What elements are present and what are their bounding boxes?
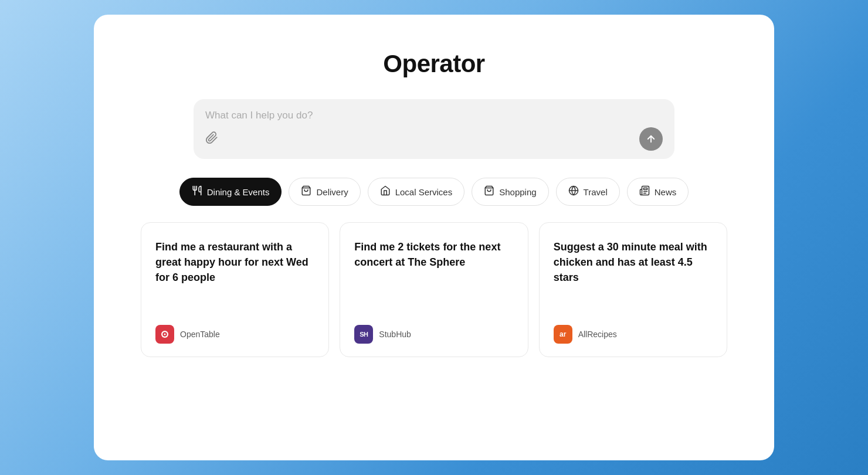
shopping-icon <box>484 185 494 198</box>
card-1-app-name: OpenTable <box>180 330 220 339</box>
search-input[interactable] <box>205 110 663 121</box>
main-card: Operator <box>94 15 774 460</box>
suggestion-card-1[interactable]: Find me a restaurant with a great happy … <box>141 222 329 357</box>
card-1-text: Find me a restaurant with a great happy … <box>155 239 314 308</box>
card-3-footer: ar AllRecipes <box>554 325 713 344</box>
page-title: Operator <box>383 50 484 78</box>
search-footer <box>205 127 663 151</box>
attachment-icon[interactable] <box>205 131 218 147</box>
suggestion-card-2[interactable]: Find me 2 tickets for the next concert a… <box>340 222 528 357</box>
tab-delivery[interactable]: Delivery <box>289 178 360 206</box>
card-3-app-name: AllRecipes <box>578 330 617 339</box>
tab-local-label: Local Services <box>395 187 453 197</box>
suggestion-card-3[interactable]: Suggest a 30 minute meal with chicken an… <box>539 222 727 357</box>
card-3-text: Suggest a 30 minute meal with chicken an… <box>554 239 713 308</box>
opentable-logo <box>155 325 174 344</box>
travel-icon <box>568 185 579 198</box>
delivery-icon <box>301 185 311 198</box>
card-1-footer: OpenTable <box>155 325 314 344</box>
tab-shopping[interactable]: Shopping <box>472 178 548 206</box>
card-2-app-name: StubHub <box>379 330 411 339</box>
card-2-footer: SH StubHub <box>354 325 513 344</box>
cards-grid: Find me a restaurant with a great happy … <box>141 222 727 357</box>
local-icon <box>380 185 391 198</box>
stubhub-logo: SH <box>354 325 373 344</box>
tab-news[interactable]: News <box>627 178 689 206</box>
send-button[interactable] <box>639 127 663 151</box>
tab-news-label: News <box>655 187 677 197</box>
tab-local[interactable]: Local Services <box>368 178 465 206</box>
tab-dining-label: Dining & Events <box>207 187 270 197</box>
allrecipes-logo: ar <box>554 325 572 344</box>
category-tabs: Dining & Events Delivery Local Services <box>179 178 689 206</box>
search-box <box>194 99 674 159</box>
card-2-text: Find me 2 tickets for the next concert a… <box>354 239 513 308</box>
news-icon <box>639 185 650 198</box>
tab-delivery-label: Delivery <box>316 187 348 197</box>
tab-shopping-label: Shopping <box>499 187 536 197</box>
tab-dining[interactable]: Dining & Events <box>179 178 282 206</box>
tab-travel[interactable]: Travel <box>556 178 620 206</box>
svg-point-7 <box>164 334 166 335</box>
tab-travel-label: Travel <box>584 187 608 197</box>
dining-icon <box>192 185 202 198</box>
